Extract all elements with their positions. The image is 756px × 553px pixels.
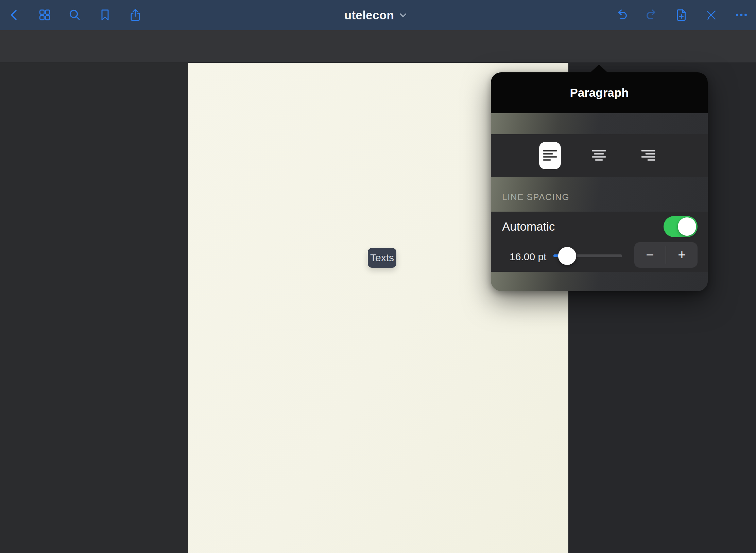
text-object[interactable]: Texts	[368, 248, 396, 268]
spacing-value: 16.00 pt	[510, 251, 546, 263]
popover-header: Paragraph	[491, 72, 708, 113]
canvas-background-left	[0, 63, 188, 553]
bookmark-icon	[98, 7, 113, 22]
grid-icon	[37, 7, 52, 22]
popover-divider-band-bottom	[491, 272, 708, 291]
ellipsis-icon	[734, 7, 749, 22]
spacing-stepper: − +	[634, 242, 698, 268]
align-right-icon	[641, 150, 656, 161]
paragraph-popover: Paragraph	[491, 72, 708, 291]
alignment-row	[491, 134, 708, 177]
automatic-row: Automatic	[491, 212, 708, 242]
text-object-label: Texts	[370, 252, 394, 264]
spacing-slider-thumb[interactable]	[558, 247, 576, 265]
tool-bar: a	[0, 30, 756, 63]
pencil-x-icon	[704, 7, 719, 22]
share-button[interactable]	[128, 7, 143, 22]
chevron-down-icon	[399, 13, 407, 18]
chevron-left-icon	[7, 7, 22, 22]
undo-button[interactable]	[614, 7, 629, 22]
search-button[interactable]	[67, 7, 82, 22]
align-right-button[interactable]	[633, 140, 664, 171]
search-icon	[67, 7, 82, 22]
popover-divider-band-top	[491, 113, 708, 134]
bookmark-button[interactable]	[98, 7, 113, 22]
pages-overview-button[interactable]	[37, 7, 52, 22]
spacing-decrement-button[interactable]: −	[634, 242, 666, 268]
line-spacing-controls: Automatic 16.00 pt − +	[491, 212, 708, 272]
document-title: utelecon	[344, 8, 394, 22]
end-editing-button[interactable]	[704, 7, 719, 22]
line-spacing-section-label: LINE SPACING	[502, 192, 569, 202]
back-button[interactable]	[7, 7, 22, 22]
toggle-knob	[678, 217, 696, 236]
redo-button[interactable]	[644, 7, 659, 22]
add-page-button[interactable]	[674, 7, 689, 22]
nav-bar: utelecon	[0, 0, 756, 30]
undo-icon	[614, 7, 629, 22]
document-title-button[interactable]: utelecon	[344, 0, 407, 30]
app-screen: utelecon	[0, 0, 756, 553]
align-center-icon	[591, 150, 606, 161]
popover-title: Paragraph	[570, 86, 629, 100]
redo-icon	[644, 7, 659, 22]
spacing-slider-row: 16.00 pt − +	[491, 242, 708, 272]
popover-arrow	[590, 65, 608, 73]
more-button[interactable]	[734, 7, 749, 22]
automatic-toggle[interactable]	[664, 216, 698, 237]
spacing-increment-button[interactable]: +	[666, 242, 698, 268]
share-icon	[128, 7, 143, 22]
automatic-label: Automatic	[502, 220, 555, 233]
align-left-icon	[543, 150, 557, 161]
document-plus-icon	[674, 7, 689, 22]
align-center-button[interactable]	[583, 140, 615, 171]
align-left-button[interactable]	[534, 140, 566, 171]
